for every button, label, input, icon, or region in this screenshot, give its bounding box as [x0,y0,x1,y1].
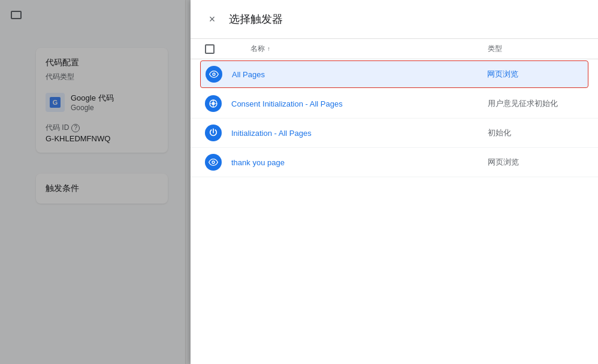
name-column-header[interactable]: 名称 ↑ [250,44,488,54]
table-row[interactable]: All Pages 网页浏览 [200,60,588,88]
row-type: 网页浏览 [488,157,584,168]
row-icon-col [206,66,227,83]
row-name: All Pages [227,70,487,79]
sort-arrow-icon: ↑ [267,46,270,52]
row-icon-col [205,125,226,141]
row-name: thank you page [226,158,488,167]
row-icon-col [205,95,226,112]
table-header: 名称 ↑ 类型 [191,39,598,59]
row-name: Initialization - All Pages [226,129,488,138]
row-type: 网页浏览 [487,69,583,80]
table-row[interactable]: thank you page 网页浏览 [191,148,598,177]
trigger-select-dialog: × 选择触发器 名称 ↑ 类型 All Pages [191,0,598,364]
consent-icon [209,99,218,108]
dialog-title: 选择触发器 [229,12,283,26]
row-name: Consent Initialization - All Pages [226,99,488,108]
eye-icon [209,69,219,79]
power-trigger-icon [205,125,222,141]
consent-trigger-icon [205,95,222,112]
header-checkbox-col [205,44,229,54]
select-all-checkbox[interactable] [205,44,215,54]
table-row[interactable]: Initialization - All Pages 初始化 [191,119,598,148]
row-type: 用户意见征求初始化 [488,98,584,109]
table-body: All Pages 网页浏览 Consent Initialization - [191,59,598,364]
dialog-header: × 选择触发器 [191,0,598,39]
svg-point-3 [212,161,215,163]
svg-point-2 [212,102,215,105]
close-button[interactable]: × [205,12,219,26]
type-column-header: 类型 [488,44,584,54]
row-type: 初始化 [488,128,584,138]
power-icon [209,128,218,138]
eye-icon [209,157,218,167]
table-row[interactable]: Consent Initialization - All Pages 用户意见征… [191,89,598,119]
eye-trigger-icon [206,66,222,83]
eye-trigger-icon [205,154,222,171]
svg-point-0 [213,73,215,75]
row-icon-col [205,154,226,171]
